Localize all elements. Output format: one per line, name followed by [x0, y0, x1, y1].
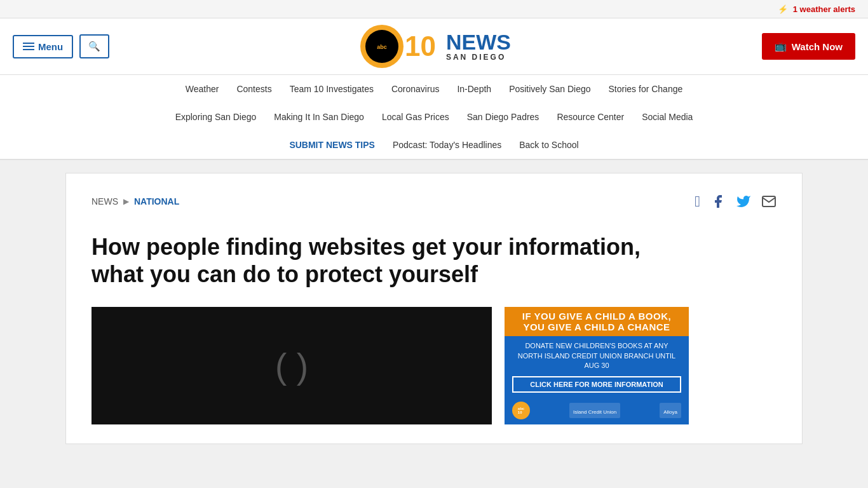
breadcrumb-arrow: ▶ — [123, 197, 129, 206]
header-left: Menu 🔍 — [13, 34, 109, 58]
abc-small-logo: abc10 — [512, 402, 530, 419]
ad-headline: IF YOU GIVE A CHILD A BOOK, YOU GIVE A C… — [505, 307, 689, 336]
video-player[interactable]: ( ) — [92, 307, 492, 424]
weather-alert-link[interactable]: ⚡ 1 weather alerts — [778, 4, 855, 14]
email-share-icon[interactable] — [761, 194, 776, 209]
nav-coronavirus[interactable]: Coronavirus — [383, 80, 448, 98]
main-content: NEWS ▶ NATIONAL  How people finding web… — [53, 173, 815, 444]
nav-row-1: Weather Contests Team 10 Investigates Co… — [0, 75, 868, 103]
menu-button[interactable]: Menu — [13, 35, 73, 58]
ad-cta-button[interactable]: CLICK HERE FOR MORE INFORMATION — [512, 376, 681, 393]
social-share:  — [695, 193, 776, 210]
nav-back-to-school[interactable]: Back to School — [510, 136, 587, 154]
advertisement-sidebar[interactable]: IF YOU GIVE A CHILD A BOOK, YOU GIVE A C… — [505, 307, 689, 424]
nav-exploring[interactable]: Exploring San Diego — [166, 108, 266, 126]
nav-podcast[interactable]: Podcast: Today's Headlines — [384, 136, 510, 154]
ad-logos-row: abc10 Island Credit Union Alloya — [512, 402, 681, 419]
nav-stories[interactable]: Stories for Change — [600, 80, 692, 98]
nav-resource[interactable]: Resource Center — [548, 108, 633, 126]
breadcrumb-news[interactable]: NEWS — [92, 196, 118, 207]
alert-text: 1 weather alerts — [793, 4, 855, 14]
nav-making-it[interactable]: Making It In San Diego — [265, 108, 373, 126]
nav-contests[interactable]: Contests — [227, 80, 280, 98]
article-title: How people finding websites get your inf… — [92, 233, 663, 288]
facebook-icon[interactable] — [710, 194, 726, 209]
menu-label: Menu — [38, 41, 63, 52]
main-navigation: Weather Contests Team 10 Investigates Co… — [0, 75, 868, 160]
logo-city-text: SAN DIEGO — [446, 53, 506, 62]
alloya-logo: Alloya — [660, 403, 681, 418]
nav-gas-prices[interactable]: Local Gas Prices — [373, 108, 458, 126]
nav-indepth[interactable]: In-Depth — [448, 80, 500, 98]
ad-blue-section: DONATE NEW CHILDREN'S BOOKS AT ANY NORTH… — [505, 336, 689, 424]
nav-row-3: SUBMIT NEWS TIPS Podcast: Today's Headli… — [0, 131, 868, 159]
abc10-ad-logo: abc10 — [512, 402, 530, 419]
twitter-icon[interactable] — [736, 194, 751, 209]
hamburger-icon — [23, 43, 34, 50]
media-row: ( ) IF YOU GIVE A CHILD A BOOK, YOU GIVE… — [92, 307, 776, 424]
watch-label: Watch Now — [792, 41, 843, 52]
nav-row-2: Exploring San Diego Making It In San Die… — [0, 103, 868, 131]
site-logo[interactable]: abc 10 NEWS SAN DIEGO — [360, 25, 511, 68]
article-card: NEWS ▶ NATIONAL  How people finding web… — [65, 173, 803, 444]
logo-news-text: NEWS — [446, 31, 511, 53]
ad-subtext: DONATE NEW CHILDREN'S BOOKS AT ANY NORTH… — [512, 341, 681, 370]
lightning-icon: ⚡ — [778, 4, 788, 14]
badge-inner: abc — [365, 30, 398, 63]
tv-icon: 📺 — [775, 41, 787, 52]
video-loading-state: ( ) — [92, 307, 492, 424]
site-header: Menu 🔍 abc 10 NEWS SAN DIEGO 📺 Watch Now — [0, 18, 868, 75]
search-icon: 🔍 — [88, 41, 100, 51]
nav-padres[interactable]: San Diego Padres — [458, 108, 548, 126]
watch-now-button[interactable]: 📺 Watch Now — [762, 33, 855, 60]
alert-bar: ⚡ 1 weather alerts — [0, 0, 868, 18]
facebook-share-icon[interactable]:  — [695, 193, 700, 210]
nav-team10[interactable]: Team 10 Investigates — [281, 80, 383, 98]
logo-news-block: NEWS SAN DIEGO — [436, 31, 511, 62]
nav-positively[interactable]: Positively San Diego — [500, 80, 599, 98]
abc-badge: abc — [360, 25, 403, 68]
breadcrumb: NEWS ▶ NATIONAL — [92, 196, 179, 207]
nav-social[interactable]: Social Media — [633, 108, 702, 126]
nav-weather[interactable]: Weather — [177, 80, 228, 98]
search-button[interactable]: 🔍 — [79, 34, 109, 58]
island-credit-union-logo: Island Credit Union — [569, 403, 620, 418]
badge-text: abc — [377, 43, 387, 51]
loading-indicator: ( ) — [275, 346, 308, 386]
breadcrumb-national[interactable]: NATIONAL — [134, 196, 179, 207]
nav-submit-tips[interactable]: SUBMIT NEWS TIPS — [280, 136, 384, 154]
